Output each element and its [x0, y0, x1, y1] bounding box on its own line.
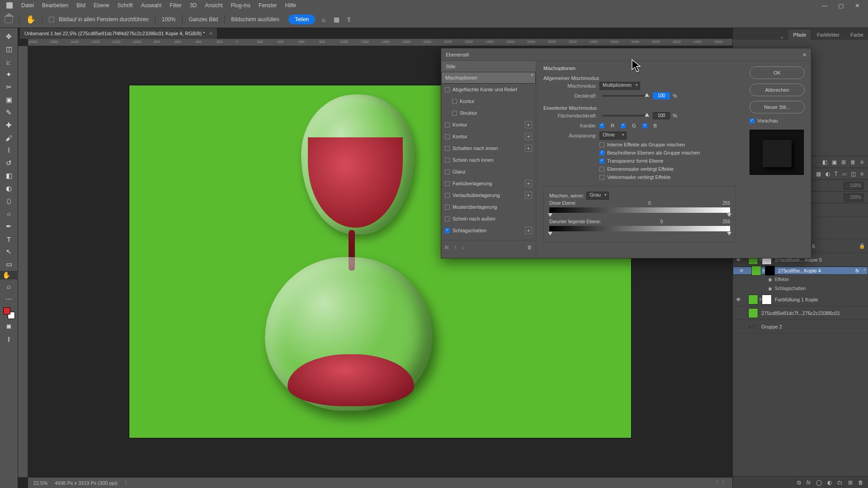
fx-menu-icon[interactable]: fx [445, 244, 449, 250]
add-effect-icon[interactable]: + [525, 180, 532, 187]
menu-bearbeiten[interactable]: Bearbeiten [38, 0, 72, 11]
menu-3d[interactable]: 3D [186, 0, 201, 11]
menu-ebene[interactable]: Ebene [90, 0, 113, 11]
style-item[interactable]: Kontur+ [441, 131, 536, 142]
ok-button[interactable]: OK [750, 66, 805, 79]
panel-collapse-icon[interactable]: « [781, 35, 783, 40]
path-tool-icon[interactable]: ↖ [3, 246, 15, 258]
lasso-tool-icon[interactable]: ⟀ [3, 56, 15, 68]
opacity-slider[interactable] [602, 95, 647, 97]
blend-option-checkbox[interactable] [599, 150, 604, 155]
opacity-input[interactable]: 100 [653, 92, 670, 99]
style-item[interactable]: Schatten nach innen+ [441, 142, 536, 154]
window-maximize-icon[interactable]: ▢ [833, 2, 849, 9]
style-item[interactable]: Verlaufsüberlagerung+ [441, 189, 536, 201]
mask-icon[interactable]: ▣ [832, 159, 837, 165]
heal-tool-icon[interactable]: ✚ [3, 119, 15, 131]
menu-fenster[interactable]: Fenster [255, 0, 281, 11]
style-item[interactable]: Mischoptionen [441, 72, 536, 84]
dialog-close-icon[interactable]: × [802, 51, 807, 58]
tab-pfade[interactable]: Pfade [788, 30, 811, 40]
menu-plugins[interactable]: Plug-ins [227, 0, 255, 11]
style-checkbox[interactable] [445, 205, 450, 210]
color-swatches[interactable] [3, 307, 15, 319]
filter-adjust-icon[interactable]: ◐ [826, 171, 830, 177]
style-checkbox[interactable] [452, 111, 457, 116]
opacity-value[interactable]: 100% [844, 182, 863, 190]
add-effect-icon[interactable]: + [525, 133, 532, 140]
window-close-icon[interactable]: ✕ [849, 2, 865, 9]
edit-toolbar-icon[interactable]: ⋯ [3, 293, 15, 305]
properties-icon[interactable]: ◧ [822, 159, 827, 165]
blendif-select[interactable]: Grau [586, 192, 609, 200]
style-checkbox[interactable] [445, 146, 450, 151]
status-prev-icon[interactable]: 〈 [713, 479, 718, 486]
move-down-icon[interactable]: ↓ [462, 244, 465, 250]
panel-menu2-icon[interactable]: ≡ [860, 171, 863, 177]
layer-row[interactable]: 👁⎘Farbfüllung 1 Kopie [733, 293, 868, 306]
blend-option-checkbox[interactable] [599, 175, 604, 180]
style-checkbox[interactable] [445, 193, 450, 198]
menu-auswahl[interactable]: Auswahl [137, 0, 165, 11]
style-item[interactable]: Musterüberlagerung [441, 201, 536, 213]
stamp-tool-icon[interactable]: ⌇ [3, 145, 15, 156]
menu-filter[interactable]: Filter [165, 0, 186, 11]
style-item[interactable]: Schein nach innen [441, 154, 536, 166]
style-checkbox[interactable] [452, 99, 457, 104]
new-layer-icon[interactable]: ⊞ [848, 479, 853, 486]
style-item[interactable]: Schein nach außen [441, 213, 536, 225]
blur-tool-icon[interactable]: ⬯ [3, 195, 15, 207]
pen-tool-icon[interactable]: ✒ [3, 221, 15, 232]
move-up-icon[interactable]: ↑ [454, 244, 457, 250]
tab-farbe[interactable]: Farbe [846, 30, 868, 40]
blend-option-checkbox[interactable] [599, 142, 604, 147]
gradient-tool-icon[interactable]: ◐ [3, 183, 15, 194]
style-item[interactable]: Kontur [441, 95, 536, 107]
zoom-tool-icon[interactable]: ⌕ [3, 280, 15, 292]
cancel-button[interactable]: Abbrechen [750, 84, 805, 96]
link-layers-icon[interactable]: ⧉ [797, 479, 801, 486]
type-tool-icon[interactable]: T [3, 233, 15, 245]
filter-pixel-icon[interactable]: ▦ [816, 171, 821, 177]
history-brush-icon[interactable]: ↺ [3, 157, 15, 169]
channel-g-checkbox[interactable] [621, 123, 626, 128]
add-effect-icon[interactable]: + [525, 227, 532, 234]
document-tab-close-icon[interactable]: × [209, 31, 212, 36]
style-checkbox[interactable] [445, 216, 450, 221]
menu-hilfe[interactable]: Hilfe [281, 0, 300, 11]
fx-badge[interactable]: fx [854, 268, 860, 273]
quickmask-icon[interactable]: ◙ [3, 320, 15, 332]
layer-fx-icon[interactable]: fx [807, 479, 811, 486]
filter-smart-icon[interactable]: ◫ [851, 171, 856, 177]
tab-farbfelder[interactable]: Farbfelder [812, 30, 844, 40]
add-effect-icon[interactable]: + [525, 192, 532, 199]
blend-mode-select[interactable]: Multiplizieren [599, 82, 640, 90]
blend-option-checkbox[interactable] [599, 167, 604, 172]
under-layer-gradient[interactable] [549, 226, 730, 231]
adjustment-layer-icon[interactable]: ◐ [827, 479, 832, 486]
eraser-tool-icon[interactable]: ◧ [3, 170, 15, 182]
style-checkbox[interactable] [445, 122, 450, 127]
panel-menu-icon[interactable]: ≡ [860, 159, 863, 165]
style-checkbox[interactable] [445, 158, 450, 163]
style-item[interactable]: Glanz [441, 166, 536, 178]
delete-style-icon[interactable]: 🗑 [527, 244, 532, 250]
status-next-icon[interactable]: 〉 [722, 479, 727, 486]
add-icon[interactable]: ⊞ [841, 159, 846, 165]
group-icon[interactable]: 🗀 [837, 479, 843, 486]
fit-screen-button[interactable]: Ganzes Bild [189, 16, 218, 23]
new-style-button[interactable]: Neuer Stil... [750, 101, 805, 113]
status-zoom[interactable]: 22,5% [33, 480, 47, 486]
fill-opacity-slider[interactable] [602, 115, 647, 117]
style-checkbox[interactable] [445, 181, 450, 186]
layer-row[interactable]: 👁⎘275cd85e...Kopie 4fx [733, 267, 868, 275]
dialog-titlebar[interactable]: Ebenenstil × [441, 48, 811, 61]
style-item[interactable]: Abgeflachte Kante und Relief [441, 84, 536, 95]
workspace-icon[interactable]: ▦ [332, 15, 340, 23]
export-icon[interactable]: ⇪ [345, 15, 353, 23]
delete-layer-icon[interactable]: 🗑 [858, 479, 863, 486]
this-layer-gradient[interactable] [549, 207, 730, 213]
layer-effect-row[interactable]: ◉Schlagschatten [733, 284, 868, 293]
share-button[interactable]: Teilen [288, 14, 315, 24]
style-checkbox[interactable] [445, 87, 450, 92]
